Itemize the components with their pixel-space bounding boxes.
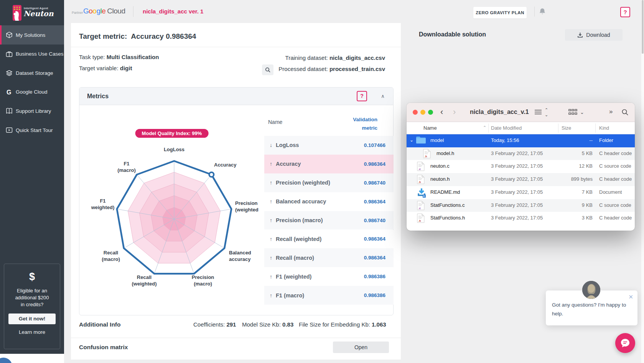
finder-titlebar[interactable]: ‹ › nicla_digits_acc_v.1 ⌃⌄ ⌄ »: [407, 103, 635, 122]
confusion-open-button[interactable]: Open: [333, 342, 389, 353]
google-letter: g: [96, 7, 100, 15]
metric-row-f1-weighted-[interactable]: ↑F1 (weighted)0.986386: [264, 267, 394, 286]
finder-window-title: nicla_digits_acc_v.1: [470, 109, 529, 116]
download-button[interactable]: Download: [565, 29, 623, 41]
finder-search-icon[interactable]: [621, 109, 629, 117]
metric-name: Precision (macro): [276, 217, 323, 223]
minimize-window-button[interactable]: [420, 110, 425, 115]
sidebar-item-label: Dataset Storage: [16, 70, 53, 76]
column-divider[interactable]: [595, 124, 596, 133]
file-icon-h: .h: [417, 175, 425, 185]
file-name: neuton.h: [430, 176, 450, 182]
dataset-search-button[interactable]: [262, 64, 273, 75]
page-scrollbar-thumb[interactable]: [642, 0, 644, 54]
more-toolbar-icon[interactable]: »: [609, 108, 612, 116]
metric-row-accuracy[interactable]: ↑Accuracy0.986364: [264, 155, 394, 173]
sort-toggle-icon[interactable]: ⌃⌄: [545, 107, 548, 117]
download-label: Download: [586, 32, 610, 38]
chat-fab-button[interactable]: [615, 333, 635, 353]
metric-value: 0.986740: [364, 218, 385, 223]
chat-close-icon[interactable]: ✕: [628, 294, 633, 300]
zoom-window-button[interactable]: [428, 110, 433, 115]
group-chevron-icon[interactable]: ⌄: [580, 109, 584, 115]
metric-row-recall-weighted-[interactable]: ↑Recall (weighted)0.986364: [264, 230, 394, 249]
finder-row-neuton-c[interactable]: .cneuton.c3 February 2022, 17:0512 KBC s…: [407, 160, 635, 173]
metric-value: 0.986364: [364, 161, 385, 167]
svg-text:Accuracy: Accuracy: [214, 162, 237, 168]
column-header-size[interactable]: Size: [562, 125, 571, 131]
folder-icon: [416, 136, 426, 145]
metric-name: Balanced accuracy: [276, 198, 326, 205]
back-chevron-icon[interactable]: ‹: [440, 107, 443, 117]
finder-row-model[interactable]: ⌄modelToday, 15:56--Folder: [407, 134, 635, 147]
metric-value: 0.986364: [364, 236, 385, 242]
target-variable: Target variable: digit: [79, 65, 132, 71]
sidebar-item-business-use-cases[interactable]: Business Use Cases: [0, 45, 64, 64]
metric-row-f1-macro-[interactable]: ↑F1 (macro)0.986386: [264, 286, 394, 305]
file-date: 3 February 2022, 17:05: [491, 189, 543, 195]
page-scrollbar[interactable]: [641, 0, 644, 363]
finder-row-statfunctions-c[interactable]: .cStatFunctions.c3 February 2022, 17:059…: [407, 199, 635, 212]
metrics-table-value-header[interactable]: Validation metric: [256, 116, 385, 132]
svg-text:F1: F1: [124, 161, 129, 167]
finder-row-statfunctions-h[interactable]: .hStatFunctions.h3 February 2022, 17:053…: [407, 212, 635, 225]
chat-bubble-icon: [620, 338, 630, 348]
info-label: File Size for Embedding Kb:: [299, 321, 370, 328]
plan-button[interactable]: ZERO GRAVITY PLAN: [473, 7, 527, 18]
metric-row-precision-macro-[interactable]: ↑Precision (macro)0.986740: [264, 211, 394, 230]
file-kind: C source code: [599, 202, 631, 208]
metric-row-recall-macro-[interactable]: ↑Recall (macro)0.986364: [264, 248, 394, 267]
column-header-name[interactable]: Name: [423, 125, 437, 131]
metric-row-balanced-accuracy[interactable]: ↑Balanced accuracy0.986364: [264, 192, 394, 211]
sidebar-item-label: Google Cloud: [16, 89, 48, 95]
file-size: 5 KB: [550, 150, 593, 156]
training-dataset-value: nicla_digits_acc.csv: [329, 54, 385, 61]
bell-icon[interactable]: [538, 7, 547, 16]
collapse-chevron-icon[interactable]: ∧: [379, 92, 387, 101]
sidebar-item-dataset-storage[interactable]: Dataset Storage: [0, 63, 64, 82]
group-view-icon[interactable]: [568, 109, 578, 117]
sidebar-item-my-solutions[interactable]: My Solutions: [0, 25, 64, 45]
disclosure-chevron-icon[interactable]: ⌄: [410, 137, 413, 143]
column-divider[interactable]: [488, 124, 489, 133]
column-header-date[interactable]: Date Modified: [491, 125, 522, 131]
metric-value: 0.986386: [364, 292, 385, 298]
close-window-button[interactable]: [413, 110, 418, 115]
additional-info-title: Additional Info: [79, 321, 120, 328]
value-header-line1: Validation: [256, 116, 377, 124]
get-it-now-button[interactable]: Get it now!: [8, 314, 56, 324]
metric-name: Accuracy: [276, 161, 301, 167]
file-size: 12 KB: [550, 163, 593, 169]
metrics-header: Metrics ? ∧: [79, 87, 393, 105]
forward-chevron-icon[interactable]: ›: [453, 107, 456, 117]
column-header-kind[interactable]: Kind: [599, 125, 609, 131]
file-date: 3 February 2022, 17:05: [491, 150, 543, 156]
finder-row-model-h[interactable]: .hmodel.h3 February 2022, 17:055 KBC hea…: [407, 147, 635, 160]
column-divider[interactable]: [558, 124, 558, 133]
radar-chart: LogLossAccuracyPrecision(weightedBalance…: [79, 105, 264, 315]
divider: [71, 47, 401, 47]
help-button[interactable]: ?: [620, 7, 630, 17]
svg-text:Precision: Precision: [192, 274, 214, 280]
file-icon-h: .h: [417, 213, 425, 224]
sidebar-item-support-library[interactable]: Support Library: [0, 101, 64, 120]
metric-row-precision-weighted-[interactable]: ↑Precision (weighted)0.986740: [264, 173, 394, 192]
neuton-logo-icon: [13, 5, 21, 21]
finder-row-neuton-h[interactable]: .hneuton.h3 February 2022, 17:05899 byte…: [407, 173, 635, 186]
downloadable-solution-title: Downloadable solution: [419, 31, 486, 38]
metric-name: F1 (weighted): [276, 274, 311, 280]
sort-caret-icon: ⌃: [483, 125, 486, 130]
learn-more-link[interactable]: Learn more: [4, 329, 60, 335]
metric-row-logloss[interactable]: ↓LogLoss0.107466: [264, 136, 394, 155]
additional-info-item: Model Size Kb: 0.83: [242, 321, 293, 328]
list-view-icon[interactable]: [534, 109, 542, 117]
metric-value: 0.986364: [364, 255, 385, 261]
sidebar-item-google-cloud[interactable]: GGoogle Cloud: [0, 82, 64, 102]
metrics-section: Metrics ? ∧ LogLossAccuracyPrecision(wei…: [79, 87, 394, 315]
finder-row-readme-md[interactable]: README.md3 February 2022, 17:057 KBDocum…: [407, 186, 635, 199]
metric-name: LogLoss: [276, 142, 299, 148]
metrics-help-button[interactable]: ?: [357, 91, 367, 101]
sidebar-item-quick-start-tour[interactable]: Quick Start Tour: [0, 120, 64, 140]
info-value: 291: [226, 321, 236, 328]
processed-dataset: Processed dataset: processed_train.csv: [278, 66, 385, 72]
